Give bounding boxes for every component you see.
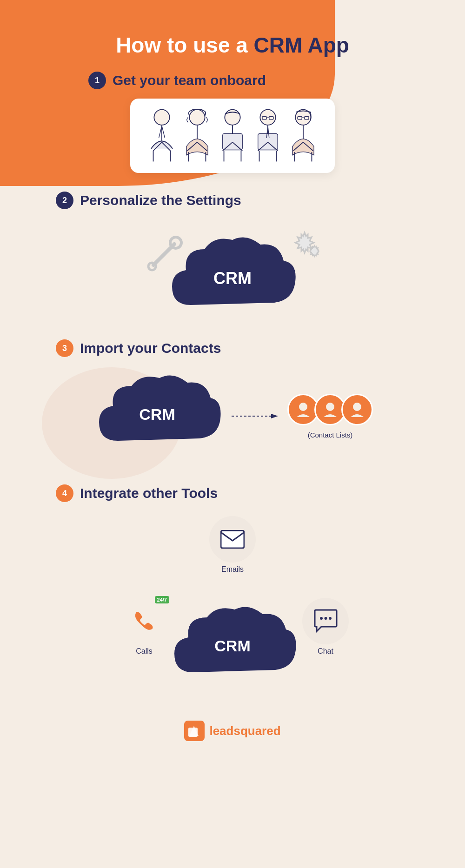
logo-footer: leadsquared xyxy=(184,721,280,741)
title-text-part1: How to use a xyxy=(116,33,253,57)
contact-list-label: (Contact Lists) xyxy=(308,431,353,439)
contact-avatars xyxy=(287,394,373,425)
svg-text:CRM: CRM xyxy=(214,637,250,655)
chat-icon-circle xyxy=(302,598,349,644)
step1-header: 1 Get your team onboard xyxy=(88,72,266,89)
logo-text: leadsquared xyxy=(209,724,280,738)
step2-header: 2 Personalize the Settings xyxy=(56,192,241,209)
svg-point-53 xyxy=(353,403,361,411)
step2-visual: CRM xyxy=(135,219,330,325)
step4-header: 4 Integrate other Tools xyxy=(56,484,218,502)
wrench-icon xyxy=(144,232,186,276)
person4-icon xyxy=(252,108,284,164)
phone-icon xyxy=(133,610,156,633)
svg-point-43 xyxy=(170,237,181,248)
svg-point-57 xyxy=(329,617,332,620)
header-section: How to use a CRM App xyxy=(0,0,465,67)
svg-point-51 xyxy=(299,403,307,411)
chat-tool: Chat xyxy=(302,598,349,656)
crm-cloud-step3: CRM xyxy=(92,371,222,461)
emails-icon-circle xyxy=(209,516,256,563)
person5-icon xyxy=(287,108,319,164)
svg-point-8 xyxy=(189,110,205,125)
svg-text:CRM: CRM xyxy=(213,269,252,288)
svg-point-0 xyxy=(154,110,169,125)
svg-point-56 xyxy=(324,617,327,620)
svg-text:CRM: CRM xyxy=(139,405,175,423)
emails-label: Emails xyxy=(221,565,244,574)
svg-rect-26 xyxy=(258,133,278,150)
svg-point-44 xyxy=(148,263,156,270)
chat-bubble-icon xyxy=(313,609,339,633)
crm-cloud-step4: CRM xyxy=(167,603,298,693)
step1-label: Get your team onboard xyxy=(113,73,266,88)
step2-label: Personalize the Settings xyxy=(80,192,241,208)
step3-visual: CRM xyxy=(19,371,446,461)
calls-tool: 24/7 Calls xyxy=(121,598,167,656)
step3-header: 3 Import your Contacts xyxy=(56,339,221,357)
step4-label: Integrate other Tools xyxy=(80,485,218,501)
envelope-icon xyxy=(220,530,245,549)
main-title: How to use a CRM App xyxy=(0,19,465,67)
svg-line-7 xyxy=(162,126,165,138)
title-crm-accent: CRM App xyxy=(254,33,349,57)
emails-tool: Emails xyxy=(209,516,256,574)
contact-avatar-3 xyxy=(341,394,373,425)
step1-section: 1 Get your team onboard xyxy=(19,72,446,173)
svg-line-6 xyxy=(159,126,162,138)
step1-badge: 1 xyxy=(88,72,106,89)
calls-label: Calls xyxy=(136,647,153,656)
step2-badge: 2 xyxy=(56,192,73,209)
chat-label: Chat xyxy=(318,647,333,656)
step4-section: 4 Integrate other Tools 24/7 Calls xyxy=(19,484,446,683)
content-area: 1 Get your team onboard xyxy=(0,67,465,755)
svg-rect-16 xyxy=(223,133,242,150)
person2-icon xyxy=(181,108,213,164)
step3-label: Import your Contacts xyxy=(80,340,221,356)
team-image-box xyxy=(130,99,335,173)
step4-badge: 4 xyxy=(56,484,73,502)
person1-icon xyxy=(146,108,178,164)
svg-rect-54 xyxy=(221,530,244,548)
step4-visual: 24/7 Calls Emails xyxy=(102,516,363,683)
step3-section: 3 Import your Contacts CRM xyxy=(19,339,446,461)
contact-circles: (Contact Lists) xyxy=(287,394,373,439)
svg-point-52 xyxy=(326,403,334,411)
svg-marker-50 xyxy=(271,414,278,418)
leadsquared-logo-icon xyxy=(184,721,205,741)
step3-badge: 3 xyxy=(56,339,73,357)
svg-point-55 xyxy=(320,617,323,620)
step2-section: 2 Personalize the Settings xyxy=(19,192,446,325)
gear-icon xyxy=(284,223,326,267)
calls-icon-circle: 24/7 xyxy=(121,598,167,644)
dots-arrow-icon xyxy=(232,411,278,421)
person3-icon xyxy=(216,108,249,164)
